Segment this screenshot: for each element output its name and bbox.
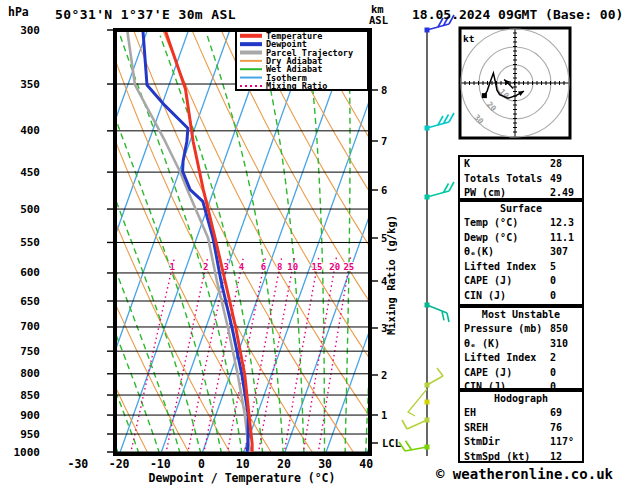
row-value: 49	[550, 172, 582, 187]
row-value: 76	[550, 421, 582, 436]
wind-profile	[399, 15, 454, 456]
wind-barb	[399, 441, 430, 451]
table-row: CIN (J)0	[460, 289, 582, 304]
temp-tick-label: 40	[359, 457, 373, 471]
pressure-tick-label: 700	[20, 320, 40, 333]
panel-title: Hodograph	[460, 392, 582, 406]
legend-label: Mixing Ratio	[266, 81, 327, 91]
table-row: EH69	[460, 406, 582, 421]
mixing-ratio-value: 25	[343, 262, 354, 272]
row-label: SREH	[464, 421, 550, 436]
temp-tick-label: 0	[198, 457, 205, 471]
wind-barb	[402, 418, 430, 430]
row-value: 850	[550, 322, 582, 337]
km-tick-label: 7	[381, 135, 387, 147]
mixing-ratio-value: 20	[329, 262, 340, 272]
table-row: θₑ (K)310	[460, 337, 582, 352]
km-tick-label: 8	[381, 84, 387, 96]
stats-panel-indices: K28Totals Totals49PW (cm)2.49	[458, 155, 584, 200]
table-row: PW (cm)2.49	[460, 186, 582, 201]
table-row: CAPE (J)0	[460, 366, 582, 381]
km-tick-label: 1	[381, 409, 387, 421]
table-row: θₑ(K)307	[460, 245, 582, 260]
temp-tick-label: 30	[318, 457, 332, 471]
table-row: Lifted Index2	[460, 351, 582, 366]
legend-box: TemperatureDewpointParcel TrajectoryDry …	[236, 30, 368, 91]
row-value: 0	[550, 366, 582, 381]
mixing-ratio-value: 4	[239, 262, 245, 272]
temp-tick-label: -10	[150, 457, 171, 471]
row-value: 69	[550, 406, 582, 421]
row-value: 5	[550, 260, 582, 275]
wind-barb	[425, 400, 430, 405]
row-label: θₑ (K)	[464, 337, 550, 352]
row-value: 2.49	[550, 186, 582, 201]
pressure-tick-label: 600	[20, 266, 40, 279]
altitude-axis: 12345678LCLMixing Ratio (g/kg)	[372, 84, 401, 450]
table-row: Totals Totals49	[460, 172, 582, 187]
hodograph-unit-label: kt	[463, 33, 474, 44]
hodograph: 102030kt	[460, 28, 570, 138]
panel-title: Most Unstable	[460, 308, 582, 322]
mixing-ratio-value: 3	[224, 262, 229, 272]
row-value: 12	[550, 450, 582, 465]
panel-title: Surface	[460, 202, 582, 216]
pressure-tick-label: 750	[20, 345, 40, 358]
km-tick-label: 6	[381, 184, 387, 196]
pressure-tick-label: 800	[20, 367, 40, 380]
temperature-axis: -30-20-10010203040Dewpoint / Temperature…	[68, 457, 374, 485]
row-label: StmDir	[464, 435, 550, 450]
table-row: CAPE (J)0	[460, 274, 582, 289]
table-row: K28	[460, 157, 582, 172]
stats-panel-most-unstable: Most UnstablePressure (mb)850θₑ (K)310Li…	[458, 306, 584, 390]
wind-barb	[408, 368, 443, 416]
row-label: Lifted Index	[464, 351, 550, 366]
pressure-tick-label: 850	[20, 389, 40, 402]
row-label: CAPE (J)	[464, 366, 550, 381]
row-value: 0	[550, 274, 582, 289]
mixing-ratio-value: 15	[312, 262, 323, 272]
km-tick-label: 2	[381, 369, 387, 381]
wind-barb	[425, 113, 455, 131]
table-row: Pressure (mb)850	[460, 322, 582, 337]
row-label: CAPE (J)	[464, 274, 550, 289]
mixing-ratio-value: 2	[203, 262, 208, 272]
wind-barb	[425, 303, 450, 323]
table-row: StmSpd (kt)12	[460, 450, 582, 465]
row-value: 12.3	[550, 216, 582, 231]
altitude-unit-asl: ASL	[369, 14, 388, 26]
row-label: K	[464, 157, 550, 172]
row-label: Dewp (°C)	[464, 231, 550, 246]
row-label: CIN (J)	[464, 289, 550, 304]
pressure-tick-label: 400	[20, 124, 40, 137]
pressure-axis: 3003504004505005506006507007508008509009…	[14, 24, 114, 459]
row-label: Temp (°C)	[464, 216, 550, 231]
mixing-ratio-value: 1	[170, 262, 175, 272]
lcl-label: LCL	[382, 437, 401, 449]
pressure-unit-label: hPa	[8, 5, 29, 19]
stats-panel-surface: SurfaceTemp (°C)12.3Dewp (°C)11.1θₑ(K)30…	[458, 200, 584, 306]
row-value: 28	[550, 157, 582, 172]
temp-tick-label: -20	[109, 457, 130, 471]
pressure-tick-label: 1000	[14, 446, 41, 459]
table-row: StmDir117°	[460, 435, 582, 450]
credit-text: © weatheronline.co.uk	[436, 466, 613, 482]
pressure-tick-label: 550	[20, 236, 40, 249]
row-value: 2	[550, 351, 582, 366]
row-label: Lifted Index	[464, 260, 550, 275]
pressure-tick-label: 300	[20, 24, 40, 37]
row-value: 11.1	[550, 231, 582, 246]
row-label: StmSpd (kt)	[464, 450, 550, 465]
temp-axis-title: Dewpoint / Temperature (°C)	[149, 471, 336, 485]
stats-panel-hodograph: HodographEH69SREH76StmDir117°StmSpd (kt)…	[458, 390, 584, 463]
row-label: PW (cm)	[464, 186, 550, 201]
temp-tick-label: 10	[236, 457, 250, 471]
datetime-label: 18.05.2024 09GMT (Base: 00)	[412, 7, 623, 22]
mixing-ratio-axis-title: Mixing Ratio (g/kg)	[385, 215, 397, 335]
pressure-tick-label: 900	[20, 409, 40, 422]
row-label: Pressure (mb)	[464, 322, 550, 337]
pressure-tick-label: 350	[20, 78, 40, 91]
row-value: 307	[550, 245, 582, 260]
sounding-page: 12346810152025TemperatureDewpointParcel …	[0, 0, 629, 486]
temp-tick-label: 20	[277, 457, 291, 471]
